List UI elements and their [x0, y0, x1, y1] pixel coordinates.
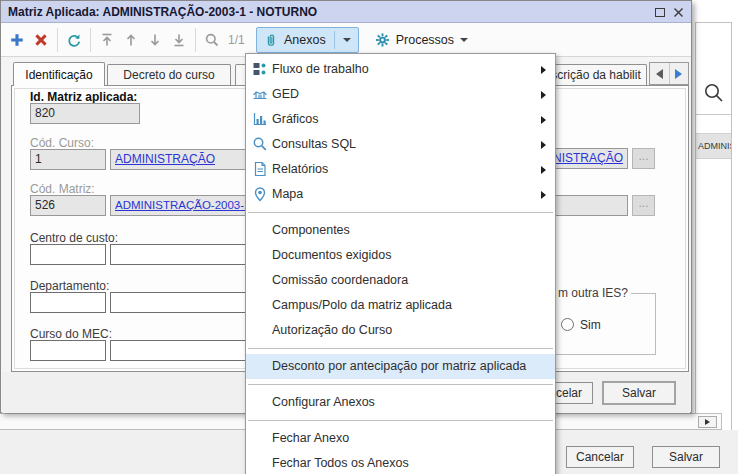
menu-item-ged[interactable]: GED: [246, 82, 555, 107]
sql-search-icon: [252, 136, 268, 152]
dialog-title: Matriz Aplicada: ADMINISTRAÇÃO-2003-1 - …: [8, 5, 317, 19]
menu-separator: [248, 348, 553, 349]
toolbar-separator: [195, 28, 196, 52]
processos-button[interactable]: Processos: [367, 27, 476, 53]
browse-button[interactable]: ...: [632, 148, 655, 169]
last-record-icon[interactable]: [171, 32, 187, 48]
cod-matriz-field: 526: [30, 195, 106, 216]
menu-item-consultas-sql[interactable]: Consultas SQL: [246, 132, 555, 157]
menu-item-graficos[interactable]: Gráficos: [246, 107, 555, 132]
side-panel-divider: [696, 114, 731, 115]
radio-sim-label: Sim: [580, 318, 601, 332]
tab-scroller: [649, 62, 689, 85]
menu-item-label: Documentos exigidos: [272, 248, 392, 262]
add-icon[interactable]: [9, 32, 25, 48]
save-button[interactable]: Salvar: [652, 446, 720, 468]
menu-item-documentos-exigidos[interactable]: Documentos exigidos: [246, 243, 555, 268]
menu-separator: [248, 384, 553, 385]
workflow-icon: [252, 61, 268, 77]
refresh-icon[interactable]: [66, 32, 82, 48]
browse-button[interactable]: ...: [632, 195, 655, 216]
menu-separator: [248, 212, 553, 213]
tab-scroll-right-button[interactable]: [669, 63, 689, 84]
map-pin-icon: [252, 186, 268, 202]
menu-item-label: Fechar Todos os Anexos: [272, 456, 409, 470]
menu-item-label: Campus/Polo da matriz aplicada: [272, 298, 452, 312]
radio-sim[interactable]: [561, 318, 574, 331]
menu-item-comissao-coordenadora[interactable]: Comissão coordenadora: [246, 268, 555, 293]
menu-item-relatorios[interactable]: Relatórios: [246, 157, 555, 182]
outra-ies-label: m outra IES?: [555, 286, 631, 300]
menu-item-autorizacao-do-curso[interactable]: Autorização do Curso: [246, 318, 555, 343]
submenu-arrow-icon: [541, 191, 546, 199]
tab-identificacao[interactable]: Identificação: [13, 62, 105, 86]
centro-custo-code-input[interactable]: [30, 244, 106, 265]
cod-matriz-label: Cód. Matriz:: [30, 182, 95, 196]
chevron-down-icon: [460, 38, 468, 42]
menu-item-fluxo-de-trabalho[interactable]: Fluxo de trabalho: [246, 57, 555, 82]
submenu-arrow-icon: [541, 91, 546, 99]
menu-item-mapa[interactable]: Mapa: [246, 182, 555, 207]
search-icon[interactable]: [702, 81, 726, 107]
next-record-icon[interactable]: [147, 32, 163, 48]
anexos-button[interactable]: Anexos: [256, 27, 359, 53]
menu-item-label: Componentes: [272, 223, 350, 237]
close-button[interactable]: [671, 5, 686, 19]
dialog-save-button[interactable]: Salvar: [602, 381, 676, 405]
report-icon: [252, 161, 268, 177]
anexos-label: Anexos: [284, 33, 326, 47]
centro-custo-label: Centro de custo:: [30, 231, 118, 245]
grid-cell[interactable]: ADMINISTRAÇÃO: [696, 133, 731, 159]
menu-item-label: Fluxo de trabalho: [272, 62, 369, 76]
cancel-button[interactable]: Cancelar: [566, 446, 634, 468]
id-matriz-field: 820: [30, 103, 140, 124]
background-side-panel: ADMINISTRAÇÃO: [695, 22, 732, 430]
curso-mec-code-input[interactable]: [30, 340, 106, 361]
menu-item-fechar-anexo[interactable]: Fechar Anexo: [246, 426, 555, 451]
toolbar-separator: [90, 28, 91, 52]
menu-item-fechar-todos-os-anexos[interactable]: Fechar Todos os Anexos: [246, 451, 555, 474]
menu-item-label: GED: [272, 87, 299, 101]
tab-scroll-left-button[interactable]: [650, 63, 669, 84]
menu-item-label: Gráficos: [272, 112, 319, 126]
button-divider: [334, 31, 335, 49]
tab-decreto-do-curso[interactable]: Decreto do curso: [107, 64, 231, 85]
processos-label: Processos: [396, 33, 454, 47]
menu-item-label: Desconto por antecipação por matriz apli…: [272, 359, 526, 373]
submenu-arrow-icon: [541, 141, 546, 149]
charts-icon: [252, 111, 268, 127]
menu-item-campus-polo[interactable]: Campus/Polo da matriz aplicada: [246, 293, 555, 318]
submenu-arrow-icon: [541, 166, 546, 174]
curso-link[interactable]: ADMINISTRAÇÃO: [115, 152, 215, 166]
record-pager: 1/1: [228, 33, 248, 47]
expand-panel-button[interactable]: [698, 416, 717, 428]
chevron-down-icon: [343, 38, 351, 42]
menu-separator: [248, 420, 553, 421]
matriz-link-field: ADMINISTRAÇÃO-2003-1: [110, 195, 247, 216]
menu-item-label: Consultas SQL: [272, 137, 356, 151]
menu-item-label: Autorização do Curso: [272, 323, 392, 337]
delete-icon[interactable]: [33, 32, 49, 48]
dialog-titlebar: Matriz Aplicada: ADMINISTRAÇÃO-2003-1 - …: [1, 1, 691, 23]
previous-record-icon[interactable]: [123, 32, 139, 48]
zoom-search-icon[interactable]: [204, 32, 220, 48]
screen: ADMINISTRAÇÃO Cancelar Salvar Matriz Apl…: [0, 0, 738, 474]
first-record-icon[interactable]: [99, 32, 115, 48]
departamento-desc-input[interactable]: [110, 292, 247, 313]
paperclip-icon: [264, 32, 278, 48]
matriz-link[interactable]: ADMINISTRAÇÃO-2003-1: [115, 199, 250, 211]
menu-item-label: Comissão coordenadora: [272, 273, 408, 287]
curso-mec-desc-input[interactable]: [110, 340, 247, 361]
cod-curso-field: 1: [30, 149, 106, 170]
maximize-icon: [655, 8, 665, 17]
menu-item-componentes[interactable]: Componentes: [246, 218, 555, 243]
menu-item-desconto-antecipacao[interactable]: Desconto por antecipação por matriz apli…: [246, 354, 555, 379]
departamento-code-input[interactable]: [30, 292, 106, 313]
menu-item-label: Mapa: [272, 187, 303, 201]
toolbar: 1/1 Anexos: [1, 23, 691, 57]
menu-item-configurar-anexos[interactable]: Configurar Anexos: [246, 390, 555, 415]
centro-custo-desc-input[interactable]: [110, 244, 247, 265]
close-icon: [673, 7, 684, 18]
arrow-right-icon: [675, 69, 682, 79]
maximize-button[interactable]: [652, 5, 667, 19]
